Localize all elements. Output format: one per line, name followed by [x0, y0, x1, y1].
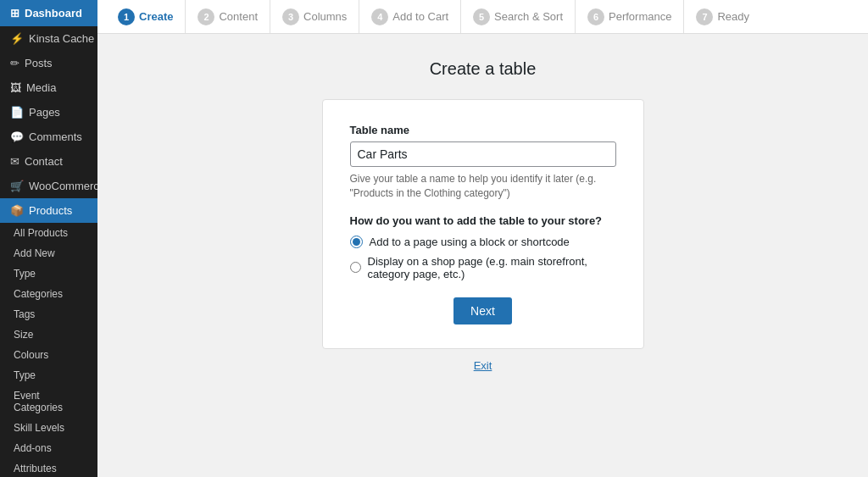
table-name-input[interactable] [350, 141, 616, 167]
products-icon: 📦 [10, 204, 24, 217]
sidebar-sub-skill-levels[interactable]: Skill Levels [0, 418, 97, 438]
media-icon: 🖼 [10, 81, 21, 94]
woo-icon: 🛒 [10, 180, 24, 192]
pages-icon: 📄 [10, 106, 24, 119]
sidebar-item-pages[interactable]: 📄 Pages [0, 100, 97, 125]
sidebar-dashboard-label: Dashboard [25, 7, 82, 19]
step-num-4: 4 [371, 8, 388, 25]
step-label-6: Performance [609, 10, 671, 23]
step-num-5: 5 [473, 8, 490, 25]
step-num-3: 3 [282, 8, 299, 25]
step-label-2: Content [219, 10, 258, 23]
add-method-question: How do you want to add the table to your… [350, 214, 616, 227]
table-name-help: Give your table a name to help you ident… [350, 172, 616, 201]
radio-shop-page-input[interactable] [350, 261, 361, 274]
contact-icon: ✉ [10, 155, 19, 168]
sidebar-sub-all-products[interactable]: All Products [0, 223, 97, 243]
radio-block-shortcode-input[interactable] [350, 236, 363, 248]
sidebar-products-label: Products [29, 204, 72, 217]
wizard-step-4[interactable]: 4 Add to Cart [359, 0, 461, 34]
sidebar-item-kinsta-cache[interactable]: ⚡ Kinsta Cache [0, 26, 97, 51]
radio-block-shortcode[interactable]: Add to a page using a block or shortcode [350, 236, 616, 248]
step-num-6: 6 [587, 8, 604, 25]
posts-icon: ✏ [10, 57, 19, 69]
sidebar-item-products[interactable]: 📦 Products [0, 198, 97, 223]
sidebar-item-media[interactable]: 🖼 Media [0, 75, 97, 100]
sidebar-woo-label: WooCommerce [29, 180, 97, 192]
radio-shop-page-label: Display on a shop page (e.g. main storef… [368, 255, 616, 280]
sidebar-sub-tags[interactable]: Tags [0, 304, 97, 324]
content-area: Create a table Table name Give your tabl… [97, 34, 868, 477]
step-label-4: Add to Cart [392, 10, 448, 23]
sidebar-sub-event-categories[interactable]: Event Categories [0, 385, 97, 418]
radio-shop-page[interactable]: Display on a shop page (e.g. main storef… [350, 255, 616, 280]
sidebar-item-dashboard[interactable]: ⊞ Dashboard [0, 0, 97, 26]
wizard-step-5[interactable]: 5 Search & Sort [461, 0, 576, 34]
table-name-label: Table name [350, 124, 616, 136]
comments-icon: 💬 [10, 130, 24, 143]
step-num-1: 1 [118, 8, 135, 25]
sidebar-sub-colours[interactable]: Colours [0, 345, 97, 365]
sidebar-pages-label: Pages [29, 106, 60, 119]
sidebar-posts-label: Posts [25, 57, 53, 69]
sidebar-sub-type2[interactable]: Type [0, 365, 97, 385]
sidebar-sub-attributes[interactable]: Attributes [0, 458, 97, 477]
step-label-1: Create [139, 10, 173, 23]
step-label-5: Search & Sort [494, 10, 563, 23]
page-title: Create a table [322, 59, 644, 79]
kinsta-icon: ⚡ [10, 32, 24, 45]
radio-block-shortcode-label: Add to a page using a block or shortcode [370, 236, 570, 248]
exit-link[interactable]: Exit [322, 359, 644, 372]
wizard-step-7[interactable]: 7 Ready [684, 0, 761, 34]
sidebar-sub-add-ons[interactable]: Add-ons [0, 438, 97, 458]
sidebar-sub-type[interactable]: Type [0, 263, 97, 284]
sidebar-item-comments[interactable]: 💬 Comments [0, 125, 97, 149]
sidebar: ⊞ Dashboard ⚡ Kinsta Cache ✏ Posts 🖼 Med… [0, 0, 97, 477]
dashboard-icon: ⊞ [10, 7, 19, 19]
wizard-step-2[interactable]: 2 Content [186, 0, 270, 34]
step-label-7: Ready [717, 10, 749, 23]
sidebar-kinsta-label: Kinsta Cache [29, 32, 94, 45]
sidebar-sub-add-new[interactable]: Add New [0, 243, 97, 263]
sidebar-media-label: Media [26, 81, 56, 94]
sidebar-item-woocommerce[interactable]: 🛒 WooCommerce [0, 174, 97, 198]
sidebar-sub-categories[interactable]: Categories [0, 284, 97, 304]
step-num-2: 2 [198, 8, 214, 25]
sidebar-contact-label: Contact [25, 155, 63, 168]
step-label-3: Columns [303, 10, 347, 23]
wizard-step-6[interactable]: 6 Performance [576, 0, 684, 34]
sidebar-sub-size[interactable]: Size [0, 324, 97, 345]
main-area: 1 Create 2 Content 3 Columns 4 Add to Ca… [97, 0, 868, 477]
next-button[interactable]: Next [453, 297, 512, 324]
wizard-nav: 1 Create 2 Content 3 Columns 4 Add to Ca… [97, 0, 868, 34]
wizard-step-1[interactable]: 1 Create [106, 0, 186, 34]
step-num-7: 7 [696, 8, 713, 25]
sidebar-comments-label: Comments [29, 130, 82, 143]
wizard-step-3[interactable]: 3 Columns [270, 0, 359, 34]
create-table-card: Table name Give your table a name to hel… [322, 99, 644, 349]
sidebar-item-contact[interactable]: ✉ Contact [0, 149, 97, 174]
sidebar-item-posts[interactable]: ✏ Posts [0, 51, 97, 75]
